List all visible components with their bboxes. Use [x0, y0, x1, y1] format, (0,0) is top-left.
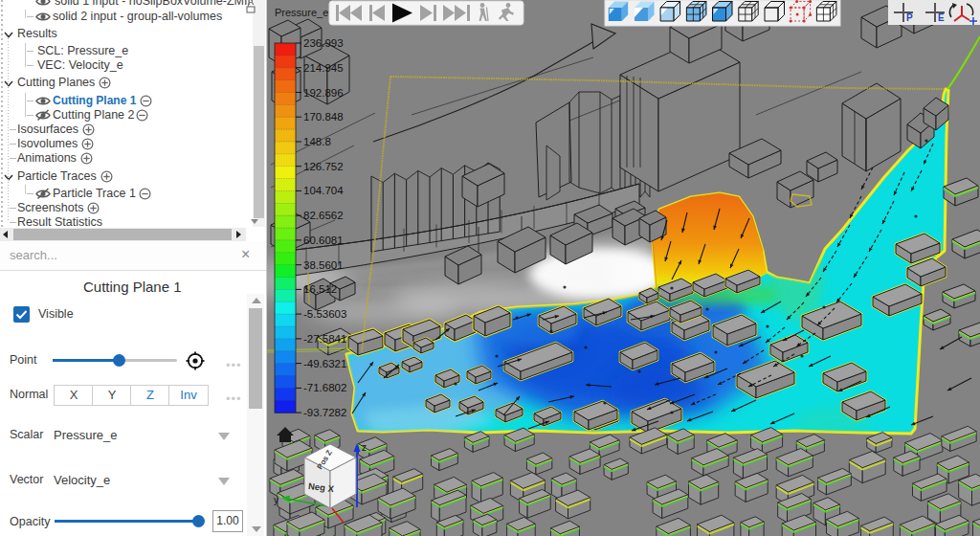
svg-text:-5.53603: -5.53603 [303, 308, 346, 320]
svg-text:104.704: 104.704 [303, 185, 344, 196]
svg-text:E: E [938, 12, 945, 23]
svg-text:126.752: 126.752 [303, 161, 344, 172]
svg-text:P: P [906, 12, 913, 23]
svg-text:z: z [362, 442, 367, 453]
svg-text:192.896: 192.896 [303, 87, 344, 99]
svg-text:y: y [274, 495, 278, 505]
svg-text:-71.6802: -71.6802 [303, 382, 346, 393]
svg-text:170.848: 170.848 [303, 111, 344, 123]
svg-text:236.993: 236.993 [303, 37, 344, 49]
svg-text:Pressure_e: Pressure_e [275, 7, 328, 18]
svg-text:60.6081: 60.6081 [303, 234, 344, 246]
svg-text:-93.7282: -93.7282 [303, 407, 346, 418]
svg-text:214.945: 214.945 [303, 62, 344, 74]
svg-text:-27.5841: -27.5841 [303, 333, 346, 345]
svg-text:148.8: 148.8 [303, 136, 331, 147]
svg-text:38.5601: 38.5601 [303, 259, 344, 271]
svg-text:16.512: 16.512 [303, 283, 337, 295]
svg-text:-49.6321: -49.6321 [303, 358, 346, 369]
svg-text:82.6562: 82.6562 [303, 210, 344, 221]
